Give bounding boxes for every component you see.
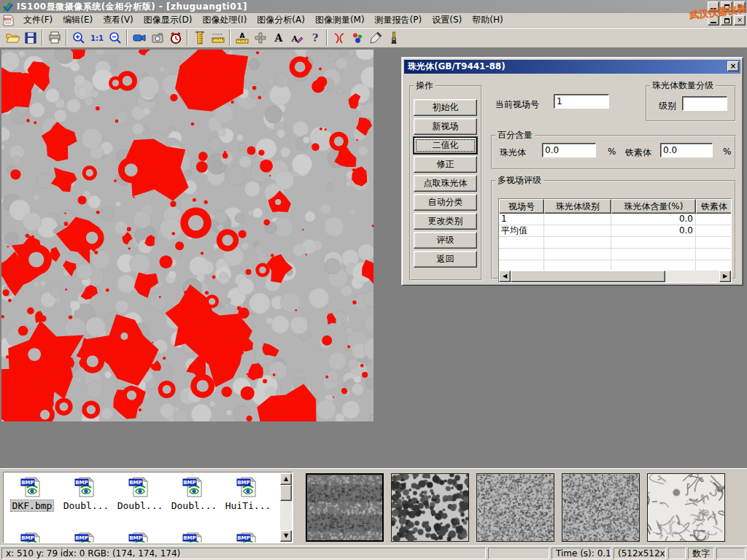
curve-cut-icon[interactable] xyxy=(330,29,348,47)
svg-text:DOC: DOC xyxy=(4,17,12,21)
bmp-file-icon: BMP xyxy=(182,531,206,543)
specimen-image[interactable] xyxy=(1,50,374,421)
new-field-button[interactable]: 新视场 xyxy=(414,118,477,135)
menu-item-help[interactable]: 帮助(H) xyxy=(467,12,508,28)
ruler-icon[interactable] xyxy=(209,29,227,47)
col-pearlite-pct[interactable]: 珠光体含量(%) xyxy=(611,199,696,214)
save-icon[interactable] xyxy=(21,29,39,47)
open-file-icon[interactable] xyxy=(3,29,21,47)
minimize-button[interactable] xyxy=(708,1,719,12)
time-status: Time (s): 0.113 xyxy=(551,548,611,559)
hscroll-thumb[interactable] xyxy=(511,271,665,282)
child-close-button[interactable]: × xyxy=(734,15,746,26)
menu-item-file[interactable]: 文件(F) xyxy=(18,12,58,28)
col-pearlite-grade[interactable]: 珠光体级别 xyxy=(544,199,611,214)
file-item[interactable]: BMP xyxy=(167,531,221,543)
print-icon[interactable] xyxy=(45,29,63,47)
grade-level-input[interactable] xyxy=(682,96,727,111)
file-item[interactable]: BMPHuiTi... xyxy=(221,475,275,511)
menu-item-view[interactable]: 查看(V) xyxy=(98,12,139,28)
change-class-button[interactable]: 更改类别 xyxy=(414,213,477,230)
brush-icon[interactable] xyxy=(384,29,403,47)
current-view-input[interactable] xyxy=(554,94,609,109)
app-icon xyxy=(2,1,14,12)
file-name: HuiTi... xyxy=(224,500,273,511)
file-item[interactable]: BMP xyxy=(5,531,59,543)
timer-clock-icon[interactable] xyxy=(166,29,185,47)
table-row[interactable]: 平均值 0.0 xyxy=(499,225,731,237)
menu-item-settings[interactable]: 设置(S) xyxy=(427,12,467,28)
bmp-file-icon: BMP xyxy=(74,531,98,543)
thumbnail-1[interactable] xyxy=(306,473,384,542)
svg-text:?: ? xyxy=(311,32,317,44)
col-field-no[interactable]: 视场号 xyxy=(499,199,544,214)
close-button[interactable]: × xyxy=(734,1,746,12)
table-row[interactable]: 1 0.0 xyxy=(499,214,731,225)
menu-item-image-process[interactable]: 图像处理(I) xyxy=(197,12,252,28)
correct-button[interactable]: 修正 xyxy=(414,156,477,173)
ferrite-label: 铁素体 xyxy=(625,147,651,159)
text-edit-icon[interactable]: A xyxy=(287,29,306,47)
binarize-button[interactable]: 二值化 xyxy=(414,137,477,154)
rating-table-header: 视场号 珠光体级别 珠光体含量(%) 铁素体 xyxy=(499,199,731,214)
table-hscrollbar[interactable]: ◀ ▶ xyxy=(499,271,731,282)
pen-icon[interactable] xyxy=(366,29,384,47)
dialog-title-bar[interactable]: 珠光体(GB/T9441-88) × xyxy=(404,60,740,74)
color-particles-icon[interactable] xyxy=(348,29,366,47)
menu-item-image-analysis[interactable]: 图像分析(A) xyxy=(252,12,310,28)
toolbar-separator xyxy=(187,30,188,46)
thumbnail-4[interactable] xyxy=(562,473,640,542)
restore-button[interactable] xyxy=(721,1,732,12)
table-row[interactable] xyxy=(499,237,731,249)
menu-item-image-measure[interactable]: 图像测量(M) xyxy=(310,12,370,28)
scroll-left-icon[interactable]: ◀ xyxy=(499,271,511,282)
help-icon[interactable]: ? xyxy=(306,29,324,47)
menu-item-edit[interactable]: 编辑(E) xyxy=(58,12,98,28)
thumbnail-5[interactable] xyxy=(647,473,725,542)
thumbnail-2[interactable] xyxy=(391,473,469,542)
ferrite-unit: % xyxy=(723,147,731,157)
vscroll-thumb[interactable] xyxy=(280,485,292,501)
file-item[interactable]: BMPDoubl... xyxy=(113,475,167,511)
return-button[interactable]: 返回 xyxy=(414,251,477,268)
text-label-icon[interactable]: A xyxy=(269,29,287,47)
dialog-close-icon[interactable]: × xyxy=(727,61,739,71)
status-panel-empty xyxy=(668,548,686,559)
pick-pearlite-button[interactable]: 点取珠光体 xyxy=(414,175,477,192)
table-row[interactable] xyxy=(499,249,731,260)
file-item[interactable]: BMP xyxy=(221,531,275,543)
thumbnail-3[interactable] xyxy=(476,473,554,542)
scroll-down-icon[interactable]: ▼ xyxy=(280,530,292,542)
video-camera-icon[interactable] xyxy=(130,29,148,47)
file-item[interactable]: BMPDoubl... xyxy=(59,475,113,511)
measure-text-icon[interactable]: A xyxy=(233,29,251,47)
document-icon[interactable]: DOC xyxy=(3,15,14,26)
hscroll-track[interactable] xyxy=(665,271,719,282)
status-panel-empty xyxy=(488,548,549,559)
photo-camera-icon[interactable] xyxy=(148,29,166,47)
grade-button[interactable]: 评级 xyxy=(414,232,477,249)
file-item[interactable]: BMPDKF.bmp xyxy=(5,475,59,511)
child-minimize-button[interactable] xyxy=(708,15,719,26)
scroll-up-icon[interactable]: ▲ xyxy=(280,473,292,485)
actual-size-icon[interactable]: 1:1 xyxy=(88,29,106,47)
file-item[interactable]: BMP xyxy=(113,531,167,543)
caliper-icon[interactable] xyxy=(190,29,209,47)
file-item[interactable]: BMP xyxy=(59,531,113,543)
menu-item-image-display[interactable]: 图像显示(D) xyxy=(139,12,198,28)
init-button[interactable]: 初始化 xyxy=(414,99,477,116)
zoom-out-icon[interactable] xyxy=(106,29,124,47)
scroll-right-icon[interactable]: ▶ xyxy=(719,271,731,282)
file-item[interactable]: BMPDoubl... xyxy=(167,475,221,511)
svg-text:A: A xyxy=(274,32,283,44)
ferrite-percent-input[interactable] xyxy=(660,143,713,158)
zoom-in-icon[interactable] xyxy=(69,29,88,47)
menu-item-report[interactable]: 测量报告(P) xyxy=(370,12,427,28)
pearlite-percent-input[interactable] xyxy=(542,143,596,158)
auto-classify-button[interactable]: 自动分类 xyxy=(414,194,477,211)
svg-text:BMP: BMP xyxy=(75,480,88,486)
col-ferrite[interactable]: 铁素体 xyxy=(696,199,732,214)
merge-grid-icon[interactable] xyxy=(251,29,269,47)
file-vscrollbar[interactable]: ▲ ▼ xyxy=(280,473,292,542)
child-restore-button[interactable] xyxy=(721,15,732,26)
